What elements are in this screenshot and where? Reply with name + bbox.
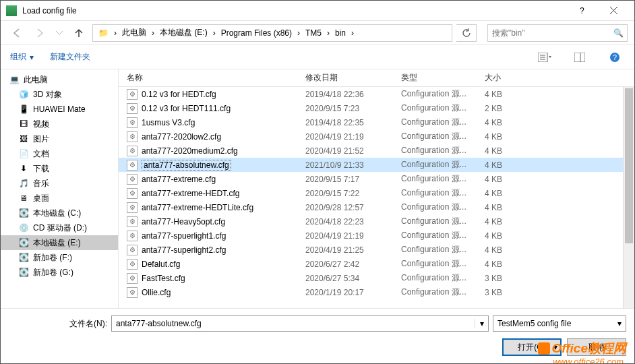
config-file-icon [127, 245, 138, 255]
search-icon[interactable]: 🔍 [609, 28, 627, 38]
col-date[interactable]: 修改日期 [297, 69, 393, 86]
file-type: Configuration 源... [398, 216, 482, 227]
cancel-button[interactable]: 取消 [567, 338, 626, 356]
folder-icon[interactable]: 📁 [94, 25, 113, 41]
forward-button[interactable] [30, 24, 49, 42]
file-size: 4 KB [482, 160, 556, 170]
sidebar-item[interactable]: 🖥桌面 [1, 191, 118, 206]
file-row[interactable]: Defalut.cfg2020/6/27 2:42Configuration 源… [119, 257, 634, 271]
file-row[interactable]: anta777-absolutnew.cfg2021/10/9 21:33Con… [119, 158, 634, 172]
toolbar: 组织▾ 新建文件夹 ? [1, 45, 634, 69]
file-type: Configuration 源... [398, 244, 482, 255]
sidebar-item[interactable]: 🖼图片 [1, 131, 118, 146]
recent-dropdown[interactable] [53, 24, 65, 42]
sidebar-item-label: HUAWEI Mate [33, 104, 86, 114]
sidebar-item[interactable]: 📱HUAWEI Mate [1, 102, 118, 117]
desktop-icon: 🖥 [18, 193, 29, 204]
file-size: 3 KB [482, 288, 556, 297]
file-row[interactable]: 1usmus V3.cfg2019/4/18 22:35Configuratio… [119, 115, 634, 129]
file-row[interactable]: anta777-extreme.cfg2020/9/15 7:17Configu… [119, 172, 634, 186]
chevron-right-icon[interactable]: › [212, 25, 217, 41]
sidebar-item[interactable]: ⬇下载 [1, 161, 118, 176]
organize-menu[interactable]: 组织▾ [10, 51, 35, 63]
sidebar-item[interactable]: 💽本地磁盘 (C:) [1, 206, 118, 220]
open-split-dropdown[interactable]: ▾ [553, 342, 557, 352]
sidebar-item[interactable]: 💽新加卷 (F:) [1, 250, 118, 265]
disk-icon: 💽 [18, 267, 29, 278]
breadcrumb-seg-0[interactable]: 此电脑 [118, 25, 150, 41]
file-size: 3 KB [482, 274, 556, 283]
sidebar[interactable]: 💻 此电脑 🧊3D 对象📱HUAWEI Mate🎞视频🖼图片📄文档⬇下载🎵音乐🖥… [1, 69, 119, 308]
breadcrumb-seg-3[interactable]: TM5 [301, 25, 326, 41]
new-folder-button[interactable]: 新建文件夹 [50, 51, 90, 63]
file-row[interactable]: anta777-superlight2.cfg2020/4/19 21:25Co… [119, 243, 634, 257]
file-row[interactable]: anta777-spuerlight1.cfg2020/4/19 21:19Co… [119, 229, 634, 243]
view-options-button[interactable] [535, 53, 555, 62]
filename-input[interactable]: ▾ [111, 315, 489, 332]
file-size: 2 KB [482, 104, 556, 113]
up-button[interactable] [69, 24, 88, 42]
col-name[interactable]: 名称 [119, 69, 297, 86]
file-row[interactable]: Ollie.cfg2020/1/19 20:17Configuration 源.… [119, 285, 634, 299]
file-row[interactable]: anta777-extreme-HEDT.cfg2020/9/15 7:22Co… [119, 186, 634, 200]
chevron-right-icon[interactable]: › [350, 25, 355, 41]
file-size: 4 KB [482, 217, 556, 226]
sidebar-item[interactable]: 💽新加卷 (G:) [1, 265, 118, 280]
file-row[interactable]: anta777-extreme-HEDTLite.cfg2020/9/28 12… [119, 200, 634, 214]
filename-field[interactable] [112, 319, 475, 328]
sidebar-item[interactable]: 🧊3D 对象 [1, 87, 118, 102]
file-date: 2020/4/19 21:25 [303, 245, 398, 255]
search-field[interactable] [488, 28, 609, 38]
breadcrumb-seg-1[interactable]: 本地磁盘 (E:) [156, 25, 212, 41]
scrollbar[interactable] [623, 87, 634, 308]
sidebar-item[interactable]: 💽本地磁盘 (E:) [1, 235, 118, 250]
file-row[interactable]: anta777-Heavy5opt.cfg2020/4/18 22:23Conf… [119, 214, 634, 229]
chevron-right-icon[interactable]: › [150, 25, 156, 41]
config-file-icon [127, 202, 138, 213]
chevron-right-icon[interactable]: › [296, 25, 301, 41]
col-type[interactable]: 类型 [393, 69, 477, 86]
config-file-icon [127, 259, 138, 270]
back-button[interactable] [7, 24, 26, 42]
file-date: 2020/9/15 7:22 [303, 189, 398, 198]
file-type: Configuration 源... [398, 102, 482, 114]
file-row[interactable]: anta777-2020low2.cfg2020/4/19 21:19Confi… [119, 129, 634, 144]
file-date: 2020/9/15 7:17 [303, 175, 398, 184]
sidebar-root[interactable]: 💻 此电脑 [1, 72, 118, 87]
file-row[interactable]: 0.12 v3 for HEDT.cfg2019/4/18 22:36Confi… [119, 87, 634, 101]
file-list[interactable]: 0.12 v3 for HEDT.cfg2019/4/18 22:36Confi… [119, 87, 634, 308]
file-row[interactable]: FastTest.cfg2020/6/27 5:34Configuration … [119, 271, 634, 285]
file-size: 4 KB [482, 231, 556, 241]
sidebar-item[interactable]: 📄文档 [1, 146, 118, 161]
file-date: 2020/4/19 21:19 [303, 231, 398, 241]
chevron-right-icon[interactable]: › [326, 25, 331, 41]
file-type: Configuration 源... [398, 159, 482, 171]
breadcrumb-seg-2[interactable]: Program Files (x86) [217, 25, 296, 41]
file-row[interactable]: 0.12 v3 for HEDT111.cfg2020/9/15 7:23Con… [119, 101, 634, 115]
file-size: 4 KB [482, 90, 556, 99]
chevron-right-icon[interactable]: › [113, 25, 118, 41]
sidebar-item-label: 新加卷 (G:) [33, 267, 73, 278]
sidebar-item[interactable]: 🎵音乐 [1, 176, 118, 191]
close-button[interactable] [598, 1, 629, 21]
video-icon: 🎞 [18, 119, 29, 129]
breadcrumb-seg-4[interactable]: bin [331, 25, 350, 41]
filetype-filter[interactable]: TestMem5 config file ▾ [493, 315, 626, 332]
file-row[interactable]: anta777-2020medium2.cfg2020/4/19 21:52Co… [119, 144, 634, 158]
sidebar-item[interactable]: 🎞视频 [1, 117, 118, 131]
refresh-button[interactable] [456, 24, 477, 42]
col-size[interactable]: 大小 [477, 69, 564, 86]
sidebar-item[interactable]: 💿CD 驱动器 (D:) [1, 220, 118, 235]
help-icon[interactable]: ? [605, 52, 625, 63]
preview-pane-button[interactable] [570, 53, 590, 62]
column-headers: 名称 修改日期 类型 大小 [119, 69, 634, 87]
filename-dropdown[interactable]: ▾ [475, 319, 488, 328]
file-name: anta777-extreme.cfg [142, 175, 216, 184]
open-button[interactable]: 打开(O) ▾ [502, 338, 562, 356]
svg-text:?: ? [580, 7, 584, 15]
config-file-icon [127, 287, 138, 298]
filename-label: 文件名(N): [69, 318, 107, 330]
search-input[interactable]: 🔍 [487, 24, 628, 42]
help-button[interactable]: ? [567, 1, 598, 21]
breadcrumb[interactable]: 📁 › 此电脑 › 本地磁盘 (E:) › Program Files (x86… [92, 24, 452, 42]
